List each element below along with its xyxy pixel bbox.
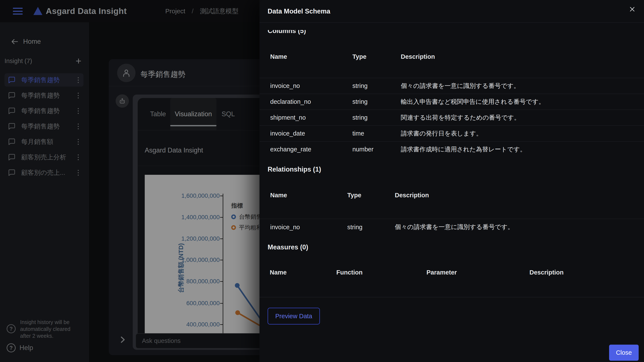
column-header: Function	[336, 269, 426, 276]
table-row: declaration_no string 輸出入申告書など税関申告に使用される…	[260, 94, 644, 110]
columns-table-header: Name Type Description	[260, 53, 644, 60]
cell-description: 請求書作成時に適用された為替レートです。	[401, 145, 636, 154]
relationships-table-header: Name Type Description	[260, 192, 644, 199]
column-header: Name	[270, 53, 352, 60]
cell-description: 輸出入申告書など税関申告に使用される番号です。	[401, 98, 636, 106]
close-button[interactable]: Close	[609, 345, 639, 361]
cell-name: invoice_no	[270, 224, 347, 231]
column-header: Type	[347, 192, 395, 199]
cell-name: shipment_no	[270, 114, 352, 121]
relationships-section-title: Relationships (1)	[268, 165, 321, 173]
column-header: Type	[352, 53, 401, 60]
columns-section-title: Columns (5)	[268, 30, 306, 35]
cell-description: 個々の請求書を一意に識別する番号です。	[395, 223, 636, 231]
modal-backdrop[interactable]	[0, 0, 260, 362]
cell-type: number	[352, 146, 401, 153]
cell-type: string	[352, 98, 401, 105]
cell-name: exchange_rate	[270, 146, 352, 153]
measures-section-title: Measures (0)	[268, 243, 308, 251]
drawer-title: Data Model Schema	[268, 0, 330, 23]
close-icon[interactable]	[627, 4, 637, 14]
column-header: Description	[395, 192, 636, 199]
preview-data-button[interactable]: Preview Data	[268, 308, 320, 324]
column-header: Parameter	[426, 269, 530, 276]
drawer-body: Columns (5) Name Type Description invoic…	[260, 30, 644, 362]
cell-description: 関連する出荷を特定するための番号です。	[401, 113, 636, 122]
divider	[260, 297, 644, 297]
drawer-header: Data Model Schema	[260, 0, 644, 23]
measures-table-header: Name Function Parameter Description	[260, 269, 644, 276]
cell-name: invoice_no	[270, 82, 352, 89]
column-header: Name	[270, 269, 336, 276]
column-header: Description	[530, 269, 636, 276]
table-row: invoice_no string 個々の請求書を一意に識別する番号です。	[260, 78, 644, 94]
table-row: invoice_date time 請求書の発行日を表します。	[260, 125, 644, 141]
table-row: exchange_rate number 請求書作成時に適用された為替レートです…	[260, 141, 644, 157]
cell-type: time	[352, 130, 401, 137]
data-model-schema-drawer: Data Model Schema Columns (5) Name Type …	[260, 0, 644, 362]
columns-table-rows: invoice_no string 個々の請求書を一意に識別する番号です。 de…	[260, 78, 644, 157]
table-row: invoice_no string 個々の請求書を一意に識別する番号です。	[260, 219, 644, 235]
table-row: shipment_no string 関連する出荷を特定するための番号です。	[260, 110, 644, 125]
cell-type: string	[347, 224, 395, 231]
cell-description: 個々の請求書を一意に識別する番号です。	[401, 82, 636, 90]
cell-description: 請求書の発行日を表します。	[401, 129, 636, 138]
cell-type: string	[352, 114, 401, 121]
column-header: Description	[401, 53, 636, 60]
column-header: Name	[270, 192, 347, 199]
cell-name: invoice_date	[270, 130, 352, 137]
relationships-table-rows: invoice_no string 個々の請求書を一意に識別する番号です。	[260, 219, 644, 235]
cell-type: string	[352, 82, 401, 89]
cell-name: declaration_no	[270, 98, 352, 105]
